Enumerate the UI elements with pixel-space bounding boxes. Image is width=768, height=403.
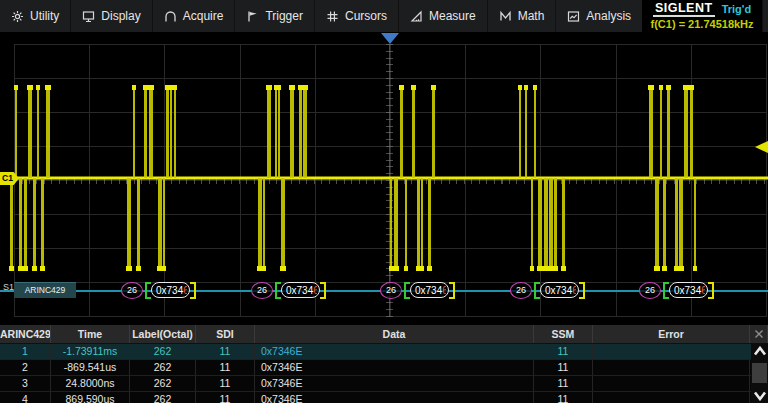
siglent-logo: SIGLENT: [653, 1, 715, 17]
cell-error: [593, 344, 750, 359]
cell-data: 0x7346E: [255, 376, 534, 391]
menu-item-cursors[interactable]: Cursors: [314, 0, 398, 32]
cell-error: [593, 392, 750, 403]
frame-data-truncated: 6: [313, 285, 317, 296]
bus-type-label[interactable]: ARINC429: [14, 282, 76, 298]
frame-data-truncated: 6: [442, 285, 446, 296]
frame-data-box: 0x7346: [281, 282, 320, 298]
menu-item-arinc429-config[interactable]: ARINC429 CONFIG: [762, 0, 768, 32]
frame-label-ellipse: 26: [639, 282, 661, 299]
table-row[interactable]: 3 24.8000ns 262 11 0x7346E 11: [0, 376, 768, 392]
frame-end-bracket-icon: [708, 282, 714, 299]
cell-ssm: 11: [534, 344, 593, 359]
menu-item-acquire[interactable]: Acquire: [152, 0, 235, 32]
status-block: SIGLENT Trig'd f(C1) = 21.74518kHz: [642, 0, 762, 32]
trigger-level-marker[interactable]: [755, 141, 768, 153]
col-header-data: Data: [255, 325, 534, 343]
menu-label: Acquire: [183, 9, 224, 23]
oscilloscope-ui: Utility Display Acquire Trigger Cursors …: [0, 0, 768, 403]
trigger-status: Trig'd: [722, 2, 752, 16]
frame-data-box: 0x7346: [151, 282, 190, 298]
col-header-sdi: SDI: [196, 325, 255, 343]
menu-item-math[interactable]: Math: [487, 0, 556, 32]
cell-sdi: 11: [196, 392, 255, 403]
cell-data: 0x7346E: [255, 360, 534, 375]
table-row[interactable]: 1 -1.73911ms 262 11 0x7346E 11: [0, 344, 768, 360]
cell-time: -1.73911ms: [51, 344, 130, 359]
trigger-position-marker[interactable]: [381, 33, 399, 44]
cell-label: 262: [130, 344, 196, 359]
frame-data-truncated: 6: [572, 285, 576, 296]
analysis-icon: [567, 10, 580, 23]
menu-label: Analysis: [586, 9, 631, 23]
menu-label: Trigger: [265, 9, 303, 23]
cell-time: 869.590us: [51, 392, 130, 403]
scroll-up-button[interactable]: [753, 343, 767, 358]
menu-item-utility[interactable]: Utility: [0, 0, 70, 32]
cell-sdi: 11: [196, 360, 255, 375]
display-icon: [82, 10, 95, 23]
cell-label: 262: [130, 360, 196, 375]
frame-label-ellipse: 26: [380, 282, 402, 299]
scroll-down-button[interactable]: [753, 388, 767, 403]
frame-data-box: 0x7346: [669, 282, 708, 298]
frame-data-truncated: 6: [183, 285, 187, 296]
menu-bar: Utility Display Acquire Trigger Cursors …: [0, 0, 768, 32]
menu-label: Cursors: [345, 9, 387, 23]
menu-item-display[interactable]: Display: [70, 0, 151, 32]
acquire-icon: [164, 10, 177, 23]
chevron-up-icon: [753, 346, 767, 356]
cell-time: -869.541us: [51, 360, 130, 375]
decoded-frame[interactable]: 26 0x7346: [121, 281, 196, 299]
cell-index: 1: [0, 344, 51, 359]
frame-data-box: 0x7346: [540, 282, 579, 298]
table-close-button[interactable]: [750, 325, 768, 343]
menu-item-measure[interactable]: Measure: [398, 0, 487, 32]
decoded-frame[interactable]: 26 0x7346: [380, 281, 455, 299]
col-header-time: Time: [51, 325, 130, 343]
cell-data: 0x7346E: [255, 392, 534, 403]
frame-end-bracket-icon: [449, 282, 455, 299]
frame-end-bracket-icon: [190, 282, 196, 299]
cell-index: 3: [0, 376, 51, 391]
cell-index: 4: [0, 392, 51, 403]
table-scrollbar[interactable]: [751, 343, 768, 403]
col-header-ssm: SSM: [534, 325, 593, 343]
decoded-frame[interactable]: 26 0x7346: [639, 281, 714, 299]
flag-icon: [246, 10, 259, 23]
frame-data-truncated: 6: [701, 285, 705, 296]
table-row[interactable]: 2 -869.541us 262 11 0x7346E 11: [0, 360, 768, 376]
menu-label: Display: [101, 9, 140, 23]
decoded-frame[interactable]: 26 0x7346: [510, 281, 585, 299]
measure-icon: [410, 10, 423, 23]
menu-label: Measure: [429, 9, 476, 23]
col-header-error: Error: [593, 325, 750, 343]
cell-sdi: 11: [196, 344, 255, 359]
cell-label: 262: [130, 392, 196, 403]
cell-data: 0x7346E: [255, 344, 534, 359]
math-icon: [499, 10, 512, 23]
menu-label: Utility: [30, 9, 59, 23]
cell-sdi: 11: [196, 376, 255, 391]
table-header-row: ARINC429 Time Label(Octal) SDI Data SSM …: [0, 325, 768, 344]
bus-source-label: S1: [3, 282, 14, 292]
col-header-label-octal: Label(Octal): [130, 325, 196, 343]
decoded-frame[interactable]: 26 0x7346: [251, 281, 326, 299]
frame-label-ellipse: 26: [251, 282, 273, 299]
waveform-display: C1 S1 ARINC429 26 0x7346 26 0x7346 26 0x…: [0, 32, 768, 325]
cell-time: 24.8000ns: [51, 376, 130, 391]
cell-ssm: 11: [534, 376, 593, 391]
frame-end-bracket-icon: [320, 282, 326, 299]
frequency-readout: f(C1) = 21.74518kHz: [651, 17, 754, 32]
cell-error: [593, 376, 750, 391]
chevron-down-icon: [753, 391, 767, 401]
frame-label-ellipse: 26: [510, 282, 532, 299]
scrollbar-thumb[interactable]: [752, 363, 767, 383]
table-row[interactable]: 4 869.590us 262 11 0x7346E 11: [0, 392, 768, 403]
close-icon: [754, 329, 764, 339]
menu-item-trigger[interactable]: Trigger: [234, 0, 314, 32]
cell-ssm: 11: [534, 392, 593, 403]
frame-data-box: 0x7346: [410, 282, 449, 298]
cell-index: 2: [0, 360, 51, 375]
menu-item-analysis[interactable]: Analysis: [555, 0, 642, 32]
